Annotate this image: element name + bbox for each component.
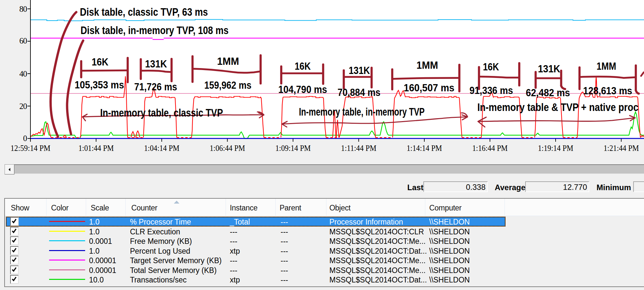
svg-text:1MM: 1MM	[597, 60, 616, 72]
svg-text:1:09:14 PM: 1:09:14 PM	[275, 143, 311, 153]
svg-text:1:04:14 PM: 1:04:14 PM	[144, 143, 179, 153]
svg-text:160,507 ms: 160,507 ms	[404, 82, 454, 94]
svg-text:128,613 ms: 128,613 ms	[583, 85, 632, 97]
svg-text:60: 60	[19, 36, 27, 45]
svg-text:1:19:14 PM: 1:19:14 PM	[538, 143, 573, 153]
svg-text:105,353 ms: 105,353 ms	[75, 79, 124, 91]
svg-text:62,482 ms: 62,482 ms	[526, 87, 570, 99]
svg-text:In-memory table & TVP + native: In-memory table & TVP + native proc	[477, 101, 638, 113]
svg-text:1:16:44 PM: 1:16:44 PM	[472, 143, 508, 153]
svg-text:12:59:14 PM: 12:59:14 PM	[10, 143, 50, 153]
svg-text:In-memory table, classic TVP: In-memory table, classic TVP	[100, 107, 223, 119]
svg-text:70,884 ms: 70,884 ms	[338, 86, 380, 98]
svg-text:1:14:14 PM: 1:14:14 PM	[407, 143, 442, 153]
svg-text:1MM: 1MM	[416, 59, 438, 71]
svg-text:131K: 131K	[349, 64, 370, 76]
svg-text:1:01:44 PM: 1:01:44 PM	[79, 143, 114, 153]
svg-text:1MM: 1MM	[217, 55, 239, 67]
svg-text:80: 80	[19, 5, 27, 13]
svg-text:131K: 131K	[145, 58, 167, 70]
svg-text:104,790 ms: 104,790 ms	[278, 83, 327, 95]
svg-text:40: 40	[19, 69, 27, 78]
svg-text:16K: 16K	[483, 61, 499, 73]
svg-text:1:06:44 PM: 1:06:44 PM	[210, 143, 245, 153]
svg-text:1:21:44 PM: 1:21:44 PM	[604, 143, 639, 153]
svg-text:0: 0	[23, 134, 27, 143]
svg-text:In-memory table, in-memory TVP: In-memory table, in-memory TVP	[299, 106, 425, 118]
svg-text:Disk table, in-memory TVP, 108: Disk table, in-memory TVP, 108 ms	[81, 24, 229, 36]
svg-text:159,962 ms: 159,962 ms	[204, 79, 251, 91]
svg-text:131K: 131K	[538, 63, 560, 75]
svg-text:71,726 ms: 71,726 ms	[134, 81, 177, 93]
svg-text:Disk table, classic TVP, 63 ms: Disk table, classic TVP, 63 ms	[80, 6, 208, 18]
svg-text:16K: 16K	[92, 56, 108, 68]
svg-text:16K: 16K	[295, 60, 311, 72]
svg-text:20: 20	[19, 102, 27, 111]
svg-text:1:11:44 PM: 1:11:44 PM	[341, 143, 377, 153]
svg-text:91,336 ms: 91,336 ms	[469, 84, 513, 96]
